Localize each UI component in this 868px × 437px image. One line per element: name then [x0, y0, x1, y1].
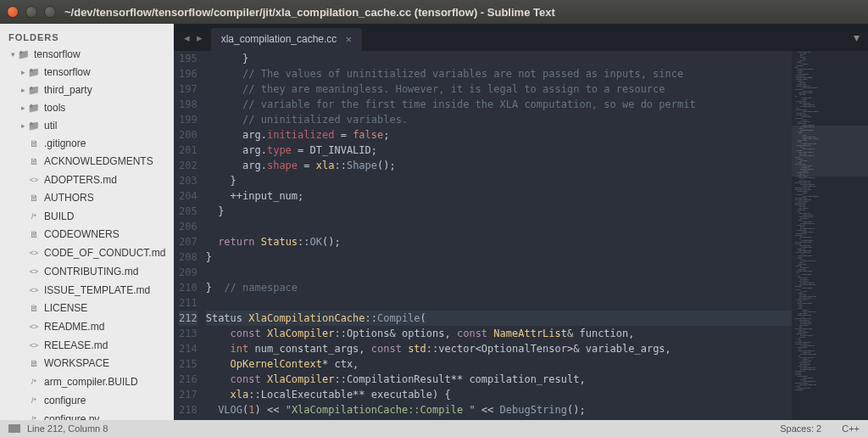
code-line[interactable]: [206, 295, 792, 311]
line-number[interactable]: 197: [179, 81, 198, 97]
minimize-window-button[interactable]: [25, 6, 37, 18]
line-gutter[interactable]: 1951961971981992002012022032042052062072…: [174, 51, 206, 420]
tab-menu-icon[interactable]: ▾: [845, 31, 868, 44]
code-line[interactable]: arg.initialized = false;: [206, 127, 792, 143]
code-line[interactable]: // variable for the first time inside th…: [206, 97, 792, 112]
folder-item[interactable]: ▸tensorflow: [0, 64, 174, 81]
line-number[interactable]: 202: [179, 158, 198, 173]
maximize-window-button[interactable]: [44, 6, 56, 18]
code-line[interactable]: arg.type = DT_INVALID;: [206, 143, 792, 158]
line-number[interactable]: 213: [179, 326, 198, 341]
file-item[interactable]: ISSUE_TEMPLATE.md: [0, 281, 174, 300]
sidebar[interactable]: FOLDERS ▾ tensorflow ▸tensorflow▸third_p…: [0, 24, 174, 420]
line-number[interactable]: 203: [179, 173, 198, 188]
file-item[interactable]: RELEASE.md: [0, 336, 174, 355]
line-number[interactable]: 204: [179, 188, 198, 204]
arrow-icon[interactable]: ▾: [8, 48, 17, 62]
folder-root[interactable]: ▾ tensorflow: [0, 46, 174, 64]
code-line[interactable]: // they are meaningless. However, it is …: [206, 81, 792, 97]
code-line[interactable]: VLOG(1) << "XlaCompilationCache::Compile…: [206, 402, 792, 417]
folder-item[interactable]: ▸tools: [0, 99, 174, 117]
file-item[interactable]: LICENSE: [0, 300, 174, 317]
code-line[interactable]: const XlaCompiler::Options& options, con…: [206, 326, 792, 341]
file-item[interactable]: BUILD: [0, 207, 174, 226]
code-line[interactable]: [206, 219, 792, 234]
code-line[interactable]: [206, 417, 792, 420]
line-number[interactable]: 209: [179, 265, 198, 280]
file-item[interactable]: CODEOWNERS: [0, 226, 174, 244]
line-number[interactable]: 198: [179, 97, 198, 112]
folder-item[interactable]: ▸third_party: [0, 81, 174, 99]
code-area[interactable]: } // The values of uninitialized variabl…: [206, 51, 792, 420]
line-number[interactable]: 215: [179, 356, 198, 372]
file-item[interactable]: configure: [0, 391, 174, 410]
code-container[interactable]: 1951961971981992002012022032042052062072…: [174, 51, 868, 420]
code-line[interactable]: } // namespace: [206, 280, 792, 295]
code-line[interactable]: }: [206, 249, 792, 265]
arrow-icon[interactable]: ▸: [19, 83, 27, 98]
arrow-icon[interactable]: ▸: [19, 65, 27, 80]
line-number[interactable]: 211: [179, 295, 198, 311]
code-line[interactable]: int num_constant_args, const std::vector…: [206, 341, 792, 356]
file-item[interactable]: WORKSPACE: [0, 355, 174, 373]
line-number[interactable]: 212: [179, 311, 198, 326]
line-number[interactable]: 195: [179, 51, 198, 66]
file-item[interactable]: README.md: [0, 317, 174, 336]
folder-icon: [27, 119, 41, 133]
status-spaces[interactable]: Spaces: 2: [780, 423, 821, 434]
line-number[interactable]: 196: [179, 66, 198, 81]
line-number[interactable]: 214: [179, 341, 198, 356]
status-position[interactable]: Line 212, Column 8: [27, 423, 108, 434]
file-label: ISSUE_TEMPLATE.md: [44, 283, 150, 298]
file-icon: [27, 393, 41, 408]
close-tab-icon[interactable]: ×: [345, 33, 352, 46]
line-number[interactable]: 207: [179, 234, 198, 249]
panel-switcher-icon[interactable]: [8, 424, 20, 433]
line-number[interactable]: 208: [179, 249, 198, 265]
line-number[interactable]: 200: [179, 127, 198, 143]
line-number[interactable]: 216: [179, 372, 198, 387]
line-number[interactable]: 218: [179, 402, 198, 417]
minimap[interactable]: ▪▪▪▪▪▪▪▪▪▪▪▪ ▪▪▪▪▪▪ ▪▪▪ ▪▪▪▪▪ ▪▪▪▪ ▪▪▪▪▪…: [792, 51, 868, 420]
file-icon: [27, 154, 41, 169]
code-line[interactable]: OpKernelContext* ctx,: [206, 356, 792, 372]
file-label: AUTHORS: [44, 191, 94, 205]
arrow-icon[interactable]: ▸: [19, 119, 27, 133]
file-item[interactable]: .gitignore: [0, 135, 174, 153]
line-number[interactable]: 206: [179, 219, 198, 234]
code-line[interactable]: [206, 265, 792, 280]
code-line[interactable]: // uninitialized variables.: [206, 112, 792, 127]
file-item[interactable]: AUTHORS: [0, 189, 174, 207]
file-item[interactable]: ADOPTERS.md: [0, 171, 174, 189]
code-line[interactable]: }: [206, 51, 792, 66]
code-line[interactable]: }: [206, 204, 792, 219]
close-window-button[interactable]: [7, 6, 19, 18]
code-line[interactable]: ++input_num;: [206, 188, 792, 204]
code-line[interactable]: return Status::OK();: [206, 234, 792, 249]
line-number[interactable]: 199: [179, 112, 198, 127]
arrow-icon[interactable]: ▸: [19, 101, 27, 115]
minimap-viewport[interactable]: [792, 126, 868, 176]
code-line[interactable]: arg.shape = xla::Shape();: [206, 158, 792, 173]
file-item[interactable]: ACKNOWLEDGMENTS: [0, 153, 174, 171]
code-line[interactable]: xla::LocalExecutable** executable) {: [206, 387, 792, 402]
file-label: README.md: [44, 320, 104, 334]
folder-item[interactable]: ▸util: [0, 117, 174, 135]
line-number[interactable]: 219: [179, 417, 198, 420]
line-number[interactable]: 205: [179, 204, 198, 219]
line-number[interactable]: 210: [179, 280, 198, 295]
line-number[interactable]: 217: [179, 387, 198, 402]
file-item[interactable]: CODE_OF_CONDUCT.md: [0, 244, 174, 262]
code-line[interactable]: }: [206, 173, 792, 188]
file-item[interactable]: configure.py: [0, 410, 174, 420]
minimap-content: ▪▪▪▪▪▪▪▪▪▪▪▪ ▪▪▪▪▪▪ ▪▪▪ ▪▪▪▪▪ ▪▪▪▪ ▪▪▪▪▪…: [795, 51, 865, 390]
code-line[interactable]: const XlaCompiler::CompilationResult** c…: [206, 372, 792, 387]
status-syntax[interactable]: C++: [842, 423, 860, 434]
code-line[interactable]: Status XlaCompilationCache::Compile(: [206, 311, 792, 326]
tab-active[interactable]: xla_compilation_cache.cc ×: [211, 28, 362, 51]
tab-nav-arrows[interactable]: ◂ ▸: [177, 31, 211, 44]
line-number[interactable]: 201: [179, 143, 198, 158]
file-item[interactable]: CONTRIBUTING.md: [0, 262, 174, 281]
code-line[interactable]: // The values of uninitialized variables…: [206, 66, 792, 81]
file-item[interactable]: arm_compiler.BUILD: [0, 373, 174, 391]
